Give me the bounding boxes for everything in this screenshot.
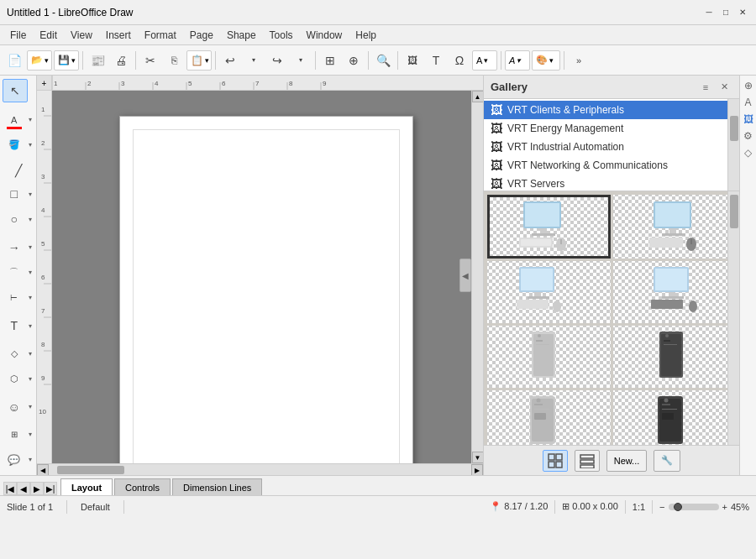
- gallery-grid-item-8[interactable]: [613, 390, 737, 445]
- zoom-out-icon[interactable]: −: [659, 502, 664, 512]
- menu-view[interactable]: View: [64, 28, 99, 43]
- 3d-objects-button[interactable]: ⬡: [3, 367, 27, 390]
- print-button[interactable]: 🖨: [110, 50, 132, 71]
- scroll-up-button[interactable]: ▲: [472, 91, 484, 102]
- copy-button[interactable]: ⎘: [163, 50, 185, 71]
- menu-format[interactable]: Format: [138, 28, 183, 43]
- tab-last-button[interactable]: ▶|: [44, 482, 57, 495]
- text-tool-dropdown[interactable]: ▾: [26, 314, 34, 337]
- save-dropdown[interactable]: 💾▾: [54, 50, 79, 71]
- export-pdf-button[interactable]: 📰: [87, 50, 108, 71]
- ellipse-tool-button[interactable]: ○: [3, 207, 27, 231]
- line-color-dropdown[interactable]: ▾: [26, 108, 34, 132]
- connector-tool-dropdown[interactable]: ▾: [26, 286, 34, 310]
- minimize-button[interactable]: ─: [702, 6, 716, 19]
- menu-file[interactable]: File: [3, 28, 33, 43]
- tab-dimension-lines[interactable]: Dimension Lines: [172, 478, 262, 495]
- scroll-down-button[interactable]: ▼: [472, 452, 484, 463]
- gallery-grid-item-5[interactable]: [487, 326, 611, 388]
- comment-dropdown[interactable]: ▾: [26, 448, 34, 472]
- grid-button[interactable]: ⊞: [319, 50, 341, 71]
- redo-dropdown[interactable]: ▾: [290, 50, 312, 71]
- zoom-control[interactable]: − + 45%: [659, 502, 749, 512]
- effects-button[interactable]: ◇: [3, 342, 27, 365]
- snap-button[interactable]: ⊕: [343, 50, 365, 71]
- gallery-grid-item-3[interactable]: [487, 261, 611, 323]
- gallery-grid-item-7[interactable]: [487, 390, 611, 445]
- insert-image-button[interactable]: 🖼: [402, 50, 423, 71]
- gallery-item-networking[interactable]: 🖼 VRT Networking & Communications: [484, 156, 739, 175]
- tab-next-button[interactable]: ▶: [30, 482, 44, 495]
- open-dropdown[interactable]: 📂▾: [27, 50, 52, 71]
- arrow-tool-dropdown[interactable]: ▾: [26, 236, 34, 259]
- insert-special-char[interactable]: Ω: [449, 50, 470, 71]
- gallery-grid-item-1[interactable]: [487, 195, 611, 259]
- ruler-corner[interactable]: +: [37, 76, 52, 91]
- text-tool-button[interactable]: T: [3, 314, 27, 337]
- menu-edit[interactable]: Edit: [33, 28, 64, 43]
- gallery-item-energy[interactable]: 🖼 VRT Energy Management: [484, 119, 739, 138]
- zoom-in-icon[interactable]: +: [722, 502, 727, 512]
- list-scrollbar[interactable]: [727, 99, 739, 191]
- smiley-button[interactable]: ☺: [3, 395, 27, 419]
- vertical-scrollbar[interactable]: ▲ ▼: [471, 91, 483, 463]
- insert-field-dropdown[interactable]: A▾: [472, 50, 497, 71]
- gallery-extra-button[interactable]: 🔧: [654, 450, 680, 472]
- maximize-button[interactable]: □: [719, 6, 732, 19]
- line-tool-button[interactable]: ╱: [6, 162, 31, 178]
- gallery-item-industrial[interactable]: 🖼 VRT Industrial Automation: [484, 138, 739, 156]
- theme-dropdown[interactable]: 🎨▾: [532, 50, 560, 71]
- undo-dropdown[interactable]: ▾: [243, 50, 265, 71]
- block-arrows-dropdown[interactable]: ▾: [26, 423, 34, 447]
- new-gallery-button[interactable]: New...: [606, 450, 648, 472]
- styles-button[interactable]: A: [742, 96, 755, 109]
- tab-first-button[interactable]: |◀: [3, 482, 17, 495]
- rectangle-tool-button[interactable]: □: [3, 182, 27, 206]
- effects-dropdown[interactable]: ▾: [26, 342, 34, 365]
- undo-button[interactable]: ↩: [219, 50, 241, 71]
- connector-tool-button[interactable]: ⊢: [3, 286, 27, 310]
- grid-view-button[interactable]: [543, 450, 568, 472]
- 3d-objects-dropdown[interactable]: ▾: [26, 367, 34, 390]
- properties-button[interactable]: ⚙: [742, 129, 755, 143]
- tab-controls[interactable]: Controls: [114, 478, 171, 495]
- tab-prev-button[interactable]: ◀: [17, 482, 30, 495]
- fill-color-button[interactable]: 🪣: [3, 133, 27, 157]
- grid-scrollbar[interactable]: [727, 191, 739, 445]
- arrow-tool-button[interactable]: →: [3, 236, 27, 259]
- fill-color-dropdown[interactable]: ▾: [26, 133, 34, 157]
- menu-insert[interactable]: Insert: [99, 28, 138, 43]
- drawing-page[interactable]: [119, 116, 413, 463]
- cut-button[interactable]: ✂: [139, 50, 161, 71]
- ellipse-tool-dropdown[interactable]: ▾: [26, 207, 34, 231]
- comment-button[interactable]: 💬: [3, 448, 27, 472]
- list-view-button[interactable]: [575, 450, 600, 472]
- gallery-grid-item-6[interactable]: [613, 326, 737, 388]
- insert-text-button[interactable]: T: [425, 50, 447, 71]
- shapes-button[interactable]: ◇: [742, 146, 755, 159]
- menu-page[interactable]: Page: [183, 28, 220, 43]
- scroll-left-button[interactable]: ◀: [37, 464, 49, 475]
- block-arrows-button[interactable]: ⊞: [3, 423, 27, 447]
- panel-collapse-button[interactable]: ◀: [459, 259, 471, 292]
- gallery-sidebar-button[interactable]: 🖼: [742, 112, 755, 126]
- smiley-dropdown[interactable]: ▾: [26, 395, 34, 419]
- scroll-right-button[interactable]: ▶: [471, 464, 483, 475]
- paste-dropdown[interactable]: 📋▾: [186, 50, 212, 71]
- zoom-slider[interactable]: [669, 504, 719, 510]
- menu-tools[interactable]: Tools: [263, 28, 300, 43]
- select-tool-button[interactable]: ↖: [3, 79, 28, 102]
- gallery-grid-item-4[interactable]: [613, 261, 737, 323]
- new-button[interactable]: 📄: [3, 50, 25, 71]
- tab-layout[interactable]: Layout: [60, 478, 113, 495]
- gallery-settings-button[interactable]: ≡: [697, 79, 714, 96]
- rectangle-tool-dropdown[interactable]: ▾: [26, 182, 34, 206]
- close-button[interactable]: ✕: [736, 6, 749, 19]
- h-scrollbar-track[interactable]: [49, 464, 471, 475]
- gallery-item-clients[interactable]: 🖼 VRT Clients & Peripherals: [484, 101, 739, 119]
- fontwork-dropdown[interactable]: A▾: [505, 50, 530, 71]
- more-button[interactable]: »: [568, 50, 590, 71]
- curve-tool-dropdown[interactable]: ▾: [26, 261, 34, 285]
- gallery-grid-item-2[interactable]: [613, 195, 737, 259]
- menu-help[interactable]: Help: [349, 28, 383, 43]
